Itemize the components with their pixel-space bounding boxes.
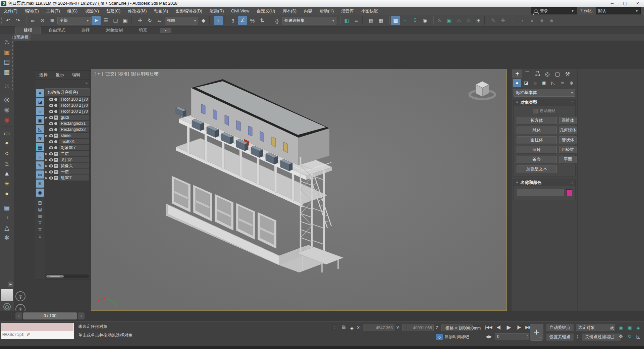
layer-explorer-toggle-icon[interactable]: ▦ bbox=[376, 16, 385, 25]
autogrid-checkbox[interactable] bbox=[533, 109, 538, 113]
ribbon-tab[interactable]: 填充 bbox=[131, 27, 155, 34]
display-tab[interactable]: ▢ bbox=[552, 69, 562, 78]
play-button[interactable]: ▶ bbox=[504, 323, 514, 331]
isolate-selection-icon[interactable]: ⛶ bbox=[333, 325, 339, 331]
menu-item[interactable]: 工具(T) bbox=[43, 7, 64, 15]
zoom-region-icon[interactable]: ▢ bbox=[608, 332, 616, 340]
select-and-place-icon[interactable]: ↑ bbox=[214, 16, 223, 25]
scene-object-row[interactable]: ▶ Floor 100 2 [70 bbox=[45, 96, 90, 102]
visibility-eye-icon[interactable] bbox=[49, 158, 53, 161]
scene-object-row[interactable]: ▶ Text001 bbox=[45, 139, 90, 145]
select-and-scale-icon[interactable]: ▱ bbox=[155, 16, 164, 25]
select-and-link-icon[interactable]: ∞ bbox=[28, 16, 37, 25]
filter-xrefs-icon[interactable]: ↓ bbox=[36, 152, 44, 160]
scene-object-row[interactable]: ▶ guizi bbox=[45, 114, 90, 120]
explorer-menu-item[interactable]: 编辑 bbox=[68, 72, 85, 78]
scene-object-row[interactable]: ▶ 龙门吊 bbox=[45, 157, 90, 163]
auto-key-button[interactable]: 自动关键点 bbox=[546, 324, 574, 332]
left-toolbar-separator[interactable] bbox=[1, 91, 13, 93]
select-and-move-icon[interactable]: ✛ bbox=[136, 16, 145, 25]
teal-ring-icon[interactable]: ◯ bbox=[3, 303, 11, 310]
area-light-icon[interactable]: ▭ bbox=[2, 128, 12, 138]
scene-object-row[interactable]: ▶ shinei bbox=[45, 133, 90, 139]
visibility-eye-icon[interactable] bbox=[49, 170, 53, 173]
workspace-dropdown[interactable]: 默认 ▼ bbox=[596, 7, 641, 14]
primitive-button[interactable]: 茶壶 bbox=[517, 156, 557, 163]
scene-object-row[interactable]: ▶ Rectangle231 bbox=[45, 120, 90, 127]
use-pivot-center-icon[interactable]: ◆ bbox=[199, 16, 208, 25]
toolbar-separator[interactable] bbox=[431, 16, 434, 24]
percent-snap-icon[interactable]: % bbox=[248, 16, 257, 25]
ribbon-tab[interactable]: 自由形式 bbox=[41, 27, 73, 34]
scene-object-row[interactable]: ▶ 摄像头 bbox=[45, 163, 90, 169]
brush-size-3-icon[interactable]: ● bbox=[528, 16, 537, 25]
brush-size-4-icon[interactable]: ● bbox=[537, 16, 546, 25]
zoom-icon[interactable]: ◎ bbox=[608, 323, 616, 332]
steering-wheel-icon[interactable]: ◎ bbox=[15, 291, 25, 301]
select-object-icon[interactable]: ➤ bbox=[92, 16, 101, 25]
maximize-viewport-icon[interactable]: ◱ bbox=[634, 332, 643, 340]
snaps-toggle-3d-icon[interactable]: 3 bbox=[228, 16, 237, 25]
select-and-rotate-icon[interactable]: ↻ bbox=[145, 16, 154, 25]
object-name-input[interactable] bbox=[517, 189, 564, 196]
cone-light-icon[interactable]: ▲ bbox=[2, 168, 12, 179]
left-toolbar-separator[interactable] bbox=[1, 77, 13, 79]
undo-icon[interactable]: ↶ bbox=[4, 16, 13, 25]
toolbar-separator[interactable] bbox=[24, 16, 27, 24]
selection-filter-dropdown[interactable]: 全部 bbox=[57, 17, 91, 24]
visibility-eye-icon[interactable] bbox=[49, 98, 53, 101]
mirror-icon[interactable]: ◧ bbox=[342, 16, 351, 25]
toolbar-separator[interactable] bbox=[224, 16, 227, 24]
menu-item[interactable]: 溜云库 bbox=[337, 7, 358, 15]
scene-object-row[interactable]: ▶ 二层 bbox=[45, 151, 90, 157]
viewcube[interactable] bbox=[467, 77, 498, 102]
primitive-button[interactable]: 加强型文本 bbox=[517, 165, 557, 173]
material-sample-swatch[interactable] bbox=[1, 289, 13, 301]
x-coordinate-field[interactable]: -4547.363 bbox=[363, 325, 394, 331]
expand-arrow-icon[interactable]: ▶ bbox=[45, 170, 48, 173]
gear-ball-icon[interactable]: ✱ bbox=[2, 233, 12, 243]
sun-light-icon[interactable]: ☀ bbox=[2, 179, 12, 189]
menu-item[interactable]: 视图(V) bbox=[81, 7, 103, 15]
absolute-mode-icon[interactable]: ◈ bbox=[349, 326, 355, 331]
scene-object-row[interactable]: ▶ 组007 bbox=[45, 175, 90, 181]
toolbar-separator[interactable] bbox=[209, 16, 212, 24]
toolbar-separator[interactable] bbox=[387, 16, 390, 24]
current-frame-field[interactable]: 0 bbox=[495, 333, 529, 340]
left-toolbar-separator[interactable] bbox=[1, 124, 13, 127]
menu-item[interactable]: 修改器(M) bbox=[124, 7, 150, 15]
toolbar-separator[interactable] bbox=[362, 16, 365, 24]
explorer-doc-icon-2[interactable]: ▤ bbox=[37, 206, 43, 212]
render-setup-icon[interactable]: ♨ bbox=[435, 16, 444, 25]
hierarchy-tab[interactable]: 品 bbox=[532, 69, 542, 78]
y-coordinate-field[interactable]: 40091.065 bbox=[402, 325, 434, 331]
scene-object-row[interactable]: ▶ Floor 100 2 [70 bbox=[45, 102, 90, 108]
camera-lister-icon[interactable]: ◎ bbox=[2, 94, 12, 104]
named-selection-sets-dropdown[interactable]: 创建选择集 bbox=[282, 17, 336, 24]
brush-size-5-icon[interactable]: ● bbox=[547, 16, 556, 25]
visibility-eye-icon[interactable] bbox=[49, 146, 53, 149]
pan-hand-icon[interactable]: ✥ bbox=[616, 332, 625, 340]
redo-icon[interactable]: ↷ bbox=[13, 16, 22, 25]
primitive-button[interactable]: 长方体 bbox=[517, 117, 557, 124]
teapot-render-icon[interactable]: ♨ bbox=[2, 37, 12, 47]
menu-item[interactable]: 文件(F) bbox=[0, 7, 21, 15]
filter-spacewarps-icon[interactable]: ≋ bbox=[36, 134, 44, 142]
ribbon-tab[interactable]: 选择 bbox=[73, 27, 98, 34]
menu-item[interactable]: 内容 bbox=[300, 7, 316, 15]
edit-named-selection-sets-icon[interactable]: {} bbox=[272, 16, 281, 25]
visibility-eye-icon[interactable] bbox=[49, 177, 53, 180]
brush-size-2-icon[interactable]: • bbox=[518, 16, 527, 25]
menu-item[interactable]: 图形编辑器(D) bbox=[172, 7, 206, 15]
add-time-tag[interactable]: ◇ 添加时间标记 bbox=[436, 334, 469, 340]
ribbon-toggle-icon[interactable]: ▩ bbox=[391, 16, 400, 25]
filter-geometry-icon[interactable]: ● bbox=[36, 89, 44, 97]
visibility-eye-icon[interactable] bbox=[49, 164, 53, 167]
schematic-view-icon[interactable]: ↧ bbox=[411, 16, 420, 25]
submit-to-network-icon[interactable]: ✚ bbox=[498, 16, 507, 25]
sort-column-header[interactable]: 名称(按升序排序) bbox=[45, 88, 90, 96]
explorer-doc-icon-3[interactable]: ▥ bbox=[37, 213, 43, 219]
isometric-cube-icon[interactable]: ◇ bbox=[436, 334, 443, 340]
light-lister-icon[interactable]: ☼ bbox=[2, 81, 12, 91]
pyramid-tool-icon[interactable]: △ bbox=[2, 222, 12, 233]
